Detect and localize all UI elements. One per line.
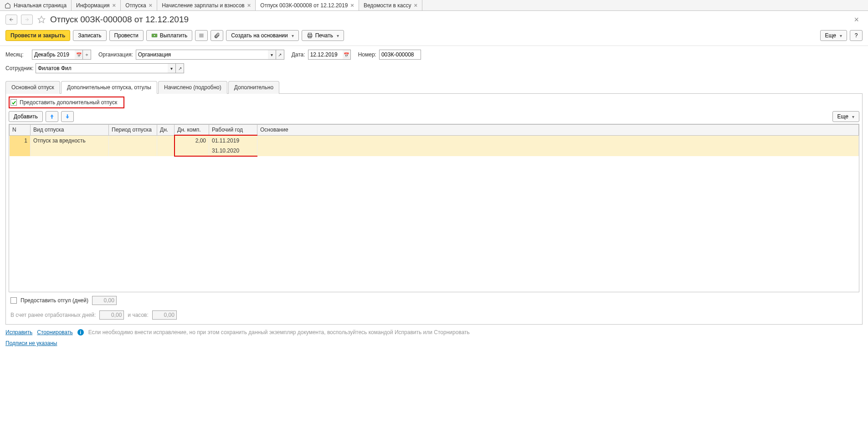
nav-back-button[interactable] xyxy=(5,15,17,25)
tab-home[interactable]: Начальная страница xyxy=(0,0,72,10)
compensatory-checkbox[interactable] xyxy=(10,297,17,304)
stepper-icon[interactable]: ÷ xyxy=(83,50,91,60)
calendar-icon[interactable]: 📅 xyxy=(75,50,83,60)
date-input[interactable] xyxy=(308,50,343,60)
more-button[interactable]: Еще xyxy=(820,30,847,41)
list-button[interactable] xyxy=(195,30,208,41)
employee-label: Сотрудник: xyxy=(5,65,33,71)
additional-panel: Предоставить дополнительный отпуск Добав… xyxy=(5,94,863,325)
arrow-down-icon xyxy=(64,113,71,120)
tab-vacations[interactable]: Отпуска × xyxy=(121,0,157,10)
prev-days-input xyxy=(99,310,124,320)
tab-payroll-label: Начисление зарплаты и взносов xyxy=(162,2,245,9)
close-icon[interactable]: × xyxy=(149,2,153,9)
list-icon xyxy=(198,32,205,39)
table-row[interactable]: 1 Отпуск за вредность 2,00 01.11.2019 31… xyxy=(10,135,859,156)
date-label: Дата: xyxy=(292,51,305,58)
provide-additional-checkbox[interactable] xyxy=(10,99,17,106)
close-icon[interactable]: × xyxy=(247,2,251,9)
sub-tab-extra[interactable]: Дополнительно xyxy=(228,81,279,94)
cell-days xyxy=(157,135,175,156)
employee-input-group: ▾ ↗ xyxy=(36,63,184,73)
top-tabs: Начальная страница Информация × Отпуска … xyxy=(0,0,868,11)
open-icon[interactable]: ↗ xyxy=(276,50,284,60)
save-button[interactable]: Записать xyxy=(73,30,106,41)
compensatory-row: Предоставить отгул (дней) xyxy=(9,292,859,307)
hours-input xyxy=(152,310,177,320)
open-icon[interactable]: ↗ xyxy=(176,63,184,73)
header-reason[interactable]: Основание xyxy=(257,125,859,136)
close-icon[interactable]: × xyxy=(113,2,116,9)
cell-type: Отпуск за вредность xyxy=(31,135,109,156)
tab-current[interactable]: Отпуск 00ЗК-000008 от 12.12.2019 × xyxy=(256,0,359,10)
sub-tab-accrued[interactable]: Начислено (подробно) xyxy=(158,81,227,94)
tab-statements[interactable]: Ведомости в кассу × xyxy=(359,0,422,10)
org-input-group: ▾ ↗ xyxy=(136,50,284,60)
dropdown-icon[interactable]: ▾ xyxy=(268,50,276,60)
signatures-link[interactable]: Подписи не указаны xyxy=(5,340,57,346)
print-label: Печать xyxy=(315,32,333,39)
org-input[interactable] xyxy=(136,50,268,60)
print-button[interactable]: Печать xyxy=(302,30,344,41)
month-input[interactable] xyxy=(32,50,75,60)
svg-marker-0 xyxy=(38,16,45,23)
panel-more-button[interactable]: Еще xyxy=(832,111,859,122)
number-label: Номер: xyxy=(358,51,376,58)
page-header: Отпуск 00ЗК-000008 от 12.12.2019 × xyxy=(0,11,868,28)
header-type[interactable]: Вид отпуска xyxy=(31,125,109,136)
move-up-button[interactable] xyxy=(46,111,58,122)
cell-period xyxy=(109,135,157,156)
close-icon[interactable]: × xyxy=(350,2,354,9)
page-title: Отпуск 00ЗК-000008 от 12.12.2019 xyxy=(50,15,189,25)
add-button[interactable]: Добавить xyxy=(9,111,43,122)
star-icon xyxy=(37,15,46,24)
create-based-button[interactable]: Создать на основании xyxy=(226,30,299,41)
compensatory-label: Предоставить отгул (дней) xyxy=(21,297,88,304)
header-days-comp[interactable]: Дн. комп. xyxy=(175,125,209,136)
header-work-year[interactable]: Рабочий год xyxy=(209,125,257,136)
provide-additional-checkbox-row: Предоставить дополнительный отпуск xyxy=(9,97,124,108)
submit-button[interactable]: Провести и закрыть xyxy=(5,30,70,41)
header-n[interactable]: N xyxy=(10,125,31,136)
header-period[interactable]: Период отпуска xyxy=(109,125,157,136)
reverse-link[interactable]: Сторнировать xyxy=(37,329,72,336)
favorite-button[interactable] xyxy=(36,15,46,25)
home-icon xyxy=(5,2,11,9)
header-days[interactable]: Дн. xyxy=(157,125,175,136)
signatures-row: Подписи не указаны xyxy=(0,340,868,351)
fix-link[interactable]: Исправить xyxy=(5,329,32,336)
sub-tab-additional[interactable]: Дополнительные отпуска, отгулы xyxy=(61,81,157,94)
calendar-icon[interactable]: 📅 xyxy=(343,50,351,60)
vacation-table: N Вид отпуска Период отпуска Дн. Дн. ком… xyxy=(9,124,859,292)
month-label: Месяц: xyxy=(5,51,29,58)
post-button[interactable]: Провести xyxy=(109,30,144,41)
pay-button[interactable]: Выплатить xyxy=(146,30,193,41)
year-from: 01.11.2019 xyxy=(212,137,254,144)
date-input-group: 📅 xyxy=(308,50,351,60)
info-text: Если необходимо внести исправление, но п… xyxy=(88,329,470,336)
window-close-button[interactable]: × xyxy=(854,15,863,25)
nav-forward-button[interactable] xyxy=(21,15,33,25)
tab-payroll[interactable]: Начисление зарплаты и взносов × xyxy=(157,0,256,10)
pay-label: Выплатить xyxy=(160,32,188,39)
prev-days-row: В счет ранее отработанных дней: и часов: xyxy=(9,307,859,321)
cell-work-year: 01.11.2019 31.10.2020 xyxy=(209,135,257,156)
close-icon[interactable]: × xyxy=(414,2,417,9)
attach-button[interactable] xyxy=(211,30,223,41)
sub-tabs: Основной отпуск Дополнительные отпуска, … xyxy=(5,81,863,94)
form-header: Месяц: 📅 ÷ Организация: ▾ ↗ Дата: 📅 Номе… xyxy=(0,46,868,81)
tab-statements-label: Ведомости в кассу xyxy=(364,2,411,9)
move-down-button[interactable] xyxy=(61,111,74,122)
cell-n: 1 xyxy=(10,135,31,156)
tab-info[interactable]: Информация × xyxy=(72,0,121,10)
sub-tab-main[interactable]: Основной отпуск xyxy=(5,81,60,94)
tab-info-label: Информация xyxy=(76,2,109,9)
dropdown-icon[interactable]: ▾ xyxy=(168,63,176,73)
help-button[interactable]: ? xyxy=(850,30,863,41)
cell-reason xyxy=(257,135,859,156)
number-input[interactable] xyxy=(379,50,421,60)
employee-input[interactable] xyxy=(36,63,168,73)
tab-vacations-label: Отпуска xyxy=(125,2,146,9)
panel-toolbar: Добавить Еще xyxy=(9,111,859,122)
prev-days-label: В счет ранее отработанных дней: xyxy=(10,312,96,318)
